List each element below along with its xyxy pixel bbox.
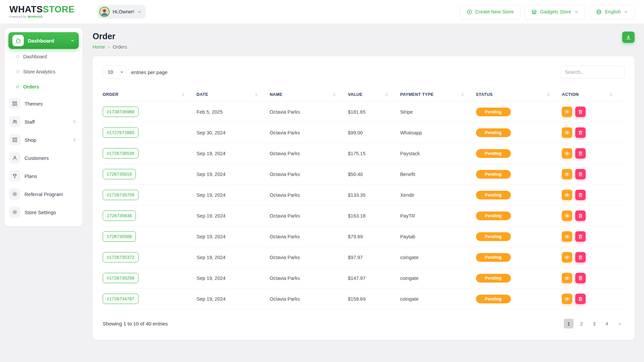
bullet-icon: [16, 55, 19, 58]
order-id-badge[interactable]: 1726735819: [103, 169, 136, 179]
order-date: Sep 19, 2024: [197, 226, 270, 247]
delete-order-button[interactable]: [575, 107, 586, 117]
sort-icon: [546, 93, 550, 97]
order-id-badge[interactable]: #1726735709: [103, 190, 139, 200]
view-order-button[interactable]: [562, 231, 572, 242]
trash-icon: [578, 130, 583, 135]
chevron-down-icon: [70, 38, 75, 43]
page-button-2[interactable]: 2: [577, 319, 586, 328]
order-id-badge[interactable]: #1726735256: [103, 273, 139, 283]
payment-type: PayTR: [400, 205, 476, 226]
order-date: Sep 19, 2024: [197, 205, 270, 226]
delete-order-button[interactable]: [575, 252, 586, 262]
order-id-badge[interactable]: #1727672865: [103, 127, 139, 138]
eye-icon: [565, 213, 570, 219]
sidebar-item-label: Staff: [24, 119, 35, 125]
delete-order-button[interactable]: [575, 210, 586, 221]
view-order-button[interactable]: [562, 169, 572, 179]
order-id-badge[interactable]: #1726734787: [103, 294, 139, 304]
order-date: Sep 19, 2024: [197, 268, 270, 289]
store-selector[interactable]: Gadgets Store: [525, 5, 585, 19]
sidebar-item-plans[interactable]: Plans: [8, 167, 79, 185]
delete-order-button[interactable]: [575, 273, 586, 283]
delete-order-button[interactable]: [575, 294, 586, 304]
create-new-store-button[interactable]: Create New Store: [460, 5, 520, 19]
delete-order-button[interactable]: [575, 231, 586, 242]
order-value: $159.69: [348, 289, 400, 309]
trash-icon: [578, 234, 583, 239]
order-id-badge[interactable]: #1738736968: [103, 107, 139, 117]
payment-type: Whatsapp: [400, 122, 476, 143]
trash-icon: [578, 151, 583, 156]
payment-type: Stripe: [400, 102, 476, 122]
column-label: ACTION: [562, 92, 579, 97]
column-header-status[interactable]: STATUS: [476, 88, 562, 102]
customer-name: Octavia Parks: [270, 164, 348, 185]
sidebar-item-dashboard[interactable]: Dashboard: [8, 32, 79, 49]
column-header-value[interactable]: VALUE: [348, 88, 400, 102]
view-order-button[interactable]: [562, 273, 572, 283]
view-order-button[interactable]: [562, 190, 572, 200]
order-date: Sep 19, 2024: [197, 164, 270, 185]
view-order-button[interactable]: [562, 127, 572, 138]
trash-icon: [578, 276, 583, 281]
customer-name: Octavia Parks: [270, 185, 348, 205]
download-icon: [626, 35, 631, 40]
sidebar-item-customers[interactable]: Customers: [8, 149, 79, 167]
gear-icon: [9, 188, 20, 200]
column-header-name[interactable]: NAME: [270, 88, 348, 102]
column-header-order[interactable]: ORDER: [103, 88, 197, 102]
order-id-badge[interactable]: 1726735638: [103, 210, 136, 221]
sidebar-item-label: Store Settings: [24, 209, 56, 215]
sidebar-item-label: Store Analytics: [23, 69, 55, 74]
order-id-badge[interactable]: 1726735588: [103, 231, 136, 242]
entries-summary: Showing 1 to 10 of 40 entries: [103, 321, 168, 326]
view-order-button[interactable]: [562, 148, 572, 159]
view-order-button[interactable]: [562, 210, 572, 221]
view-order-button[interactable]: [562, 252, 572, 262]
customer-name: Octavia Parks: [270, 226, 348, 247]
order-date: Sep 30, 2024: [197, 122, 270, 143]
column-header-payment-type[interactable]: PAYMENT TYPE: [400, 88, 476, 102]
sidebar-item-store-analytics[interactable]: Store Analytics: [8, 64, 79, 79]
trash-icon: [578, 172, 583, 177]
grid-icon: [9, 134, 20, 145]
order-id-badge[interactable]: #1726735372: [103, 252, 139, 262]
next-page-button[interactable]: ›: [615, 319, 625, 328]
export-download-button[interactable]: [622, 32, 635, 43]
search-input[interactable]: [560, 66, 625, 78]
sidebar-item-dashboard-sub[interactable]: Dashboard: [8, 49, 79, 64]
logo-tagline: Powered by WORKDO: [9, 15, 97, 18]
order-id-badge[interactable]: #1726736539: [103, 148, 139, 159]
entries-per-page-select[interactable]: 10: [103, 66, 127, 78]
delete-order-button[interactable]: [575, 127, 586, 138]
view-order-button[interactable]: [562, 294, 572, 304]
sidebar-item-shop[interactable]: Shop: [8, 131, 79, 148]
page-button-3[interactable]: 3: [589, 319, 599, 328]
sidebar-item-themes[interactable]: Themes: [8, 95, 79, 112]
column-label: ORDER: [103, 92, 118, 97]
eye-icon: [565, 296, 570, 302]
trash-icon: [578, 296, 583, 301]
page-button-4[interactable]: 4: [602, 319, 612, 328]
user-menu[interactable]: Hi,Owner!: [97, 5, 146, 19]
payment-type: Paystack: [400, 143, 476, 164]
sidebar-item-staff[interactable]: Staff: [8, 113, 79, 130]
app-logo[interactable]: WHATSSTORE Powered by WORKDO: [9, 5, 97, 18]
table-row: 1726735819 Sep 19, 2024 Octavia Parks $5…: [103, 164, 625, 185]
delete-order-button[interactable]: [575, 148, 586, 159]
delete-order-button[interactable]: [575, 169, 586, 179]
page-button-1[interactable]: 1: [564, 319, 574, 328]
breadcrumb-home-link[interactable]: Home: [93, 44, 105, 50]
table-row: #1738736968 Feb 5, 2025 Octavia Parks $1…: [103, 102, 625, 122]
column-header-action[interactable]: ACTION: [562, 88, 625, 102]
sidebar-item-referral-program[interactable]: Referral Program: [8, 185, 79, 203]
customer-name: Octavia Parks: [270, 247, 348, 268]
column-header-date[interactable]: DATE: [197, 88, 270, 102]
sidebar-item-orders[interactable]: Orders: [8, 79, 79, 94]
view-order-button[interactable]: [562, 107, 572, 117]
sidebar-item-store-settings[interactable]: Store Settings: [8, 203, 79, 221]
language-selector[interactable]: English: [590, 5, 635, 19]
order-value: $133.35: [348, 185, 400, 205]
delete-order-button[interactable]: [575, 190, 586, 200]
